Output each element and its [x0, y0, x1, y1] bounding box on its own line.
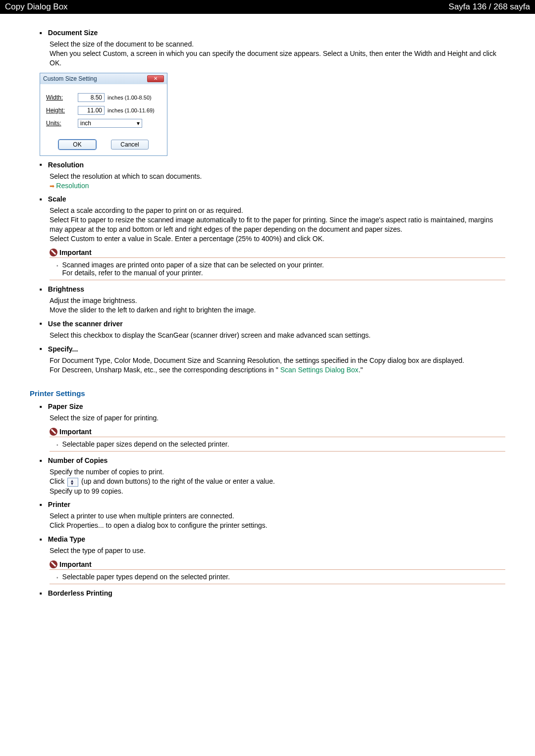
- scale-p1: Select a scale according to the paper to…: [50, 206, 505, 215]
- scale-p3: Select Custom to enter a value in Scale.…: [50, 234, 505, 244]
- item-printer: Printer Select a printer to use when mul…: [40, 501, 505, 530]
- resolution-link[interactable]: Resolution: [50, 181, 505, 191]
- copies-p2: Click (up and down buttons) to the right…: [50, 477, 505, 486]
- printer-p1: Select a printer to use when multiple pr…: [50, 511, 505, 521]
- item-copies: Number of Copies Specify the number of c…: [40, 456, 505, 496]
- scale-imp-1: Scanned images are printed onto paper of…: [62, 261, 324, 269]
- important-icon: [50, 428, 57, 436]
- units-label: Units:: [46, 120, 78, 127]
- heading-printer: Printer: [48, 501, 70, 508]
- copies-p1: Specify the number of copies to print.: [50, 467, 505, 477]
- heading-borderless: Borderless Printing: [48, 589, 112, 597]
- header-right: Sayfa 136 / 268 sayfa: [449, 2, 530, 12]
- width-label: Width:: [46, 94, 78, 101]
- docsize-p2: When you select Custom, a screen in whic…: [50, 49, 505, 68]
- item-borderless: Borderless Printing: [40, 589, 505, 597]
- printer-settings-heading: Printer Settings: [30, 389, 505, 398]
- units-select[interactable]: inch▾: [78, 119, 142, 128]
- important-label: Important: [59, 560, 92, 568]
- item-driver: Use the scanner driver Select this check…: [40, 320, 505, 340]
- page-header: Copy Dialog Box Sayfa 136 / 268 sayfa: [0, 0, 535, 14]
- heading-driver: Use the scanner driver: [48, 320, 123, 328]
- width-input[interactable]: 8.50: [78, 93, 105, 102]
- header-left: Copy Dialog Box: [5, 2, 68, 12]
- height-range: inches (1.00-11.69): [107, 107, 155, 113]
- papersize-important: Important Selectable paper sizes depend …: [50, 428, 505, 452]
- media-important: Important Selectable paper types depend …: [50, 560, 505, 584]
- height-label: Height:: [46, 107, 78, 114]
- dialog-title: Custom Size Setting: [43, 75, 97, 82]
- important-icon: [50, 249, 57, 256]
- heading-document-size: Document Size: [48, 29, 98, 37]
- scale-imp-2: For details, refer to the manual of your…: [62, 269, 324, 277]
- driver-p1: Select this checkbox to display the Scan…: [50, 331, 505, 340]
- scan-settings-link[interactable]: Scan Settings Dialog Box: [280, 366, 359, 374]
- important-label: Important: [59, 249, 92, 256]
- height-input[interactable]: 11.00: [78, 106, 105, 115]
- close-icon[interactable]: ✕: [147, 75, 164, 82]
- item-document-size: Document Size Select the size of the doc…: [40, 29, 505, 68]
- brightness-p2: Move the slider to the left to darken an…: [50, 305, 505, 315]
- cancel-button[interactable]: Cancel: [111, 140, 149, 150]
- width-range: inches (1.00-8.50): [107, 95, 152, 101]
- important-label: Important: [59, 428, 92, 436]
- item-paper-size: Paper Size Select the size of paper for …: [40, 403, 505, 452]
- important-icon: [50, 560, 57, 568]
- scale-important: Important Scanned images are printed ont…: [50, 249, 505, 280]
- docsize-p1: Select the size of the document to be sc…: [50, 40, 505, 49]
- chevron-down-icon: ▾: [137, 120, 140, 127]
- spinner-icon[interactable]: [67, 478, 78, 487]
- specify-p2: For Descreen, Unsharp Mask, etc., see th…: [50, 365, 505, 375]
- resolution-p1: Select the resolution at which to scan d…: [50, 172, 505, 181]
- item-specify: Specify... For Document Type, Color Mode…: [40, 345, 505, 375]
- item-scale: Scale Select a scale according to the pa…: [40, 195, 505, 280]
- content: Document Size Select the size of the doc…: [0, 14, 535, 609]
- item-media-type: Media Type Select the type of paper to u…: [40, 535, 505, 584]
- heading-specify: Specify...: [48, 345, 78, 353]
- heading-paper-size: Paper Size: [48, 403, 83, 410]
- media-p1: Select the type of paper to use.: [50, 546, 505, 555]
- brightness-p1: Adjust the image brightness.: [50, 296, 505, 305]
- heading-brightness: Brightness: [48, 285, 84, 293]
- papersize-p1: Select the size of paper for printing.: [50, 413, 505, 423]
- custom-size-dialog: Custom Size Setting ✕ Width: 8.50 inches…: [40, 73, 167, 156]
- ok-button[interactable]: OK: [58, 140, 96, 150]
- heading-resolution: Resolution: [48, 161, 84, 169]
- copies-p3: Specify up to 99 copies.: [50, 487, 505, 496]
- papersize-imp: Selectable paper sizes depend on the sel…: [62, 440, 229, 448]
- heading-media-type: Media Type: [48, 535, 85, 543]
- media-imp: Selectable paper types depend on the sel…: [62, 573, 230, 581]
- item-brightness: Brightness Adjust the image brightness. …: [40, 285, 505, 315]
- specify-p1: For Document Type, Color Mode, Document …: [50, 356, 505, 365]
- printer-p2: Click Properties... to open a dialog box…: [50, 521, 505, 530]
- scale-p2: Select Fit to paper to resize the scanne…: [50, 215, 505, 234]
- item-resolution: Resolution Select the resolution at whic…: [40, 161, 505, 191]
- heading-scale: Scale: [48, 195, 66, 203]
- heading-copies: Number of Copies: [48, 456, 108, 464]
